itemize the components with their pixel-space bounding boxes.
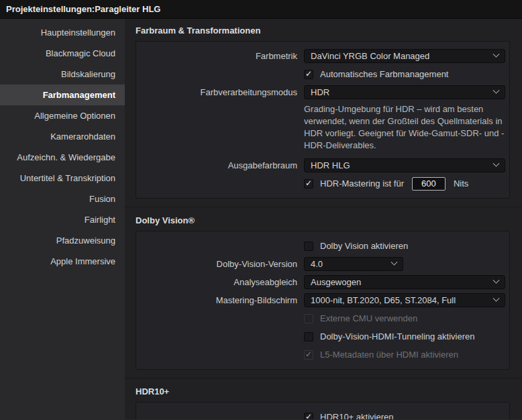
nits-label: Nits: [454, 178, 468, 189]
row-externe-cmu: Externe CMU verwenden: [136, 309, 509, 327]
chevron-down-icon: [391, 259, 398, 266]
hdmi-tunneling-label: Dolby-Vision-HDMI-Tunneling aktivieren: [320, 331, 474, 342]
auto-farbmanagement-label: Automatisches Farbmanagement: [320, 69, 448, 79]
chevron-down-icon: [493, 295, 500, 302]
sidebar-item-kamerarohdaten[interactable]: Kamerarohdaten: [0, 126, 125, 147]
auto-farbmanagement-checkbox[interactable]: [304, 70, 313, 79]
sidebar-item-aufzeichnung-wiedergabe[interactable]: Aufzeichn. & Wiedergabe: [0, 147, 125, 168]
group-hdr10plus: HDR10+ aktivieren: [136, 402, 510, 419]
farbverarbeitungsmodus-label: Farbverarbeitungsmodus: [136, 87, 297, 97]
l5-metadaten-checkbox: [304, 350, 313, 360]
hdr-mode-help-text: Grading-Umgebung für HDR – wird am beste…: [304, 101, 509, 156]
dialog-titlebar: Projekteinstellungen:Paragleiter HLG: [0, 0, 522, 19]
l5-metadaten-label: L5-Metadaten über HDMI aktivieren: [320, 350, 458, 360]
row-auto-farbmanagement: Automatisches Farbmanagement: [136, 65, 509, 83]
analyseabgleich-value: Ausgewogen: [311, 277, 361, 287]
mastering-bildschirm-value: 1000-nit, BT.2020, D65, ST.2084, Full: [311, 295, 456, 305]
externe-cmu-checkbox: [304, 314, 313, 323]
hdr-mastering-nits-input[interactable]: [412, 177, 446, 191]
farbmetrik-label: Farbmetrik: [136, 51, 297, 61]
sidebar-item-pfadzuweisung[interactable]: Pfadzuweisung: [0, 230, 125, 251]
row-mastering-bildschirm: Mastering-Bildschirm 1000-nit, BT.2020, …: [136, 291, 509, 309]
row-farbverarbeitungsmodus: Farbverarbeitungsmodus HDR: [136, 83, 509, 101]
section-divider: [125, 207, 522, 207]
dolby-vision-enable-label: Dolby Vision aktivieren: [320, 241, 408, 251]
sidebar-item-apple-immersive[interactable]: Apple Immersive: [0, 251, 125, 272]
chevron-down-icon: [493, 160, 500, 167]
ausgabefarbraum-label: Ausgabefarbraum: [136, 160, 297, 170]
sidebar-item-bildskalierung[interactable]: Bildskalierung: [0, 64, 125, 85]
farbverarbeitungsmodus-value: HDR: [311, 87, 329, 97]
project-settings-dialog: Projekteinstellungen:Paragleiter HLG Hau…: [0, 0, 522, 420]
sidebar-item-allgemeine-optionen[interactable]: Allgemeine Optionen: [0, 105, 125, 126]
section-divider: [125, 378, 522, 378]
externe-cmu-label: Externe CMU verwenden: [320, 313, 417, 323]
dialog-content: Haupteinstellungen Blackmagic Cloud Bild…: [0, 19, 522, 419]
row-hdmi-tunneling: Dolby-Vision-HDMI-Tunneling aktivieren: [136, 327, 509, 346]
ausgabefarbraum-dropdown[interactable]: HDR HLG: [304, 158, 505, 172]
hdr-mastering-label: HDR-Mastering ist für: [320, 178, 404, 189]
farbverarbeitungsmodus-dropdown[interactable]: HDR: [304, 85, 505, 99]
dolby-version-dropdown[interactable]: 4.0: [304, 257, 403, 271]
sidebar-item-untertitel-transkription[interactable]: Untertitel & Transkription: [0, 168, 125, 189]
settings-sidebar: Haupteinstellungen Blackmagic Cloud Bild…: [0, 19, 125, 419]
hdr-mastering-checkbox[interactable]: [304, 179, 313, 189]
section-title-hdr10plus: HDR10+: [136, 386, 522, 397]
sidebar-item-fairlight[interactable]: Fairlight: [0, 209, 125, 230]
sidebar-item-blackmagic-cloud[interactable]: Blackmagic Cloud: [0, 43, 125, 64]
row-ausgabefarbraum: Ausgabefarbraum HDR HLG: [136, 156, 509, 174]
mastering-bildschirm-dropdown[interactable]: 1000-nit, BT.2020, D65, ST.2084, Full: [304, 293, 505, 307]
row-dolby-version: Dolby-Vision-Version 4.0: [136, 255, 509, 273]
hdmi-tunneling-checkbox[interactable]: [304, 332, 313, 342]
row-hdr-mastering: HDR-Mastering ist für Nits: [136, 174, 509, 193]
hdr10plus-enable-checkbox[interactable]: [304, 413, 313, 420]
row-l5-metadaten: L5-Metadaten über HDMI aktivieren: [136, 346, 509, 364]
dolby-vision-enable-checkbox[interactable]: [304, 242, 313, 251]
row-farbmetrik: Farbmetrik DaVinci YRGB Color Managed: [136, 47, 509, 65]
chevron-down-icon: [493, 277, 500, 284]
section-title-dolby-vision: Dolby Vision®: [136, 215, 522, 225]
ausgabefarbraum-value: HDR HLG: [311, 160, 350, 170]
settings-main-panel: Farbraum & Transformationen Farbmetrik D…: [125, 19, 522, 419]
dolby-version-value: 4.0: [311, 259, 323, 269]
sidebar-item-farbmanagement[interactable]: Farbmanagement: [0, 85, 125, 105]
chevron-down-icon: [493, 87, 500, 94]
hdr10plus-enable-label: HDR10+ aktivieren: [320, 412, 393, 419]
farbmetrik-dropdown[interactable]: DaVinci YRGB Color Managed: [304, 49, 505, 63]
sidebar-item-fusion[interactable]: Fusion: [0, 189, 125, 209]
row-analyseabgleich: Analyseabgleich Ausgewogen: [136, 273, 509, 291]
mastering-bildschirm-label: Mastering-Bildschirm: [136, 295, 297, 305]
row-dolby-enable: Dolby Vision aktivieren: [136, 237, 509, 255]
row-hdr10plus-enable: HDR10+ aktivieren: [136, 408, 509, 419]
chevron-down-icon: [493, 51, 500, 58]
dolby-version-label: Dolby-Vision-Version: [136, 259, 297, 269]
dialog-title: Projekteinstellungen:Paragleiter HLG: [6, 4, 160, 14]
analyseabgleich-label: Analyseabgleich: [136, 277, 297, 287]
analyseabgleich-dropdown[interactable]: Ausgewogen: [304, 275, 505, 289]
group-farbraum: Farbmetrik DaVinci YRGB Color Managed Au…: [136, 41, 510, 199]
group-dolby-vision: Dolby Vision aktivieren Dolby-Vision-Ver…: [136, 231, 510, 370]
section-title-farbraum: Farbraum & Transformationen: [136, 25, 522, 36]
sidebar-item-haupteinstellungen[interactable]: Haupteinstellungen: [0, 22, 125, 43]
farbmetrik-value: DaVinci YRGB Color Managed: [311, 51, 429, 61]
